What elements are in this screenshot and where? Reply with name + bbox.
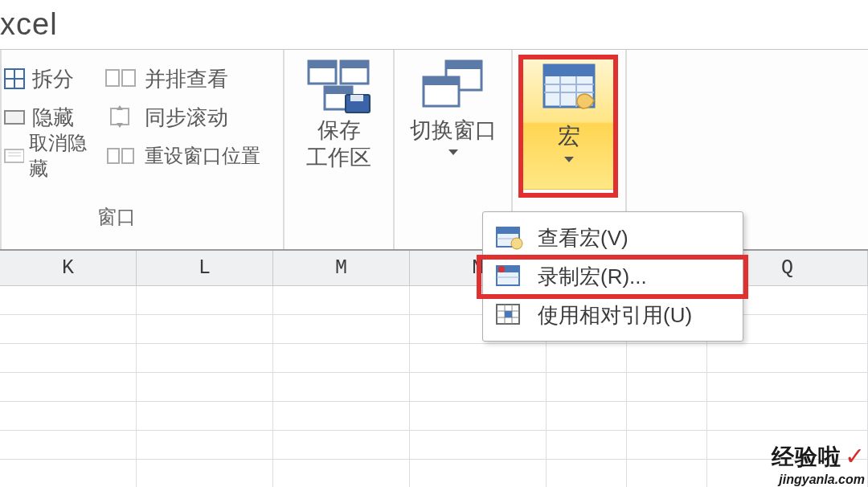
grid-cell[interactable] [410, 460, 547, 487]
grid-cell[interactable] [410, 344, 547, 373]
grid-cell[interactable] [0, 344, 137, 373]
unhide-button[interactable]: 取消隐藏 [2, 137, 95, 175]
grid-cell[interactable] [137, 286, 273, 315]
svg-rect-15 [341, 61, 368, 68]
grid-row [0, 402, 868, 431]
grid-cell[interactable] [137, 315, 273, 344]
split-label: 拆分 [32, 65, 74, 93]
grid-cell[interactable] [707, 344, 868, 373]
grid-cell[interactable] [547, 373, 627, 402]
grid-cell[interactable] [273, 373, 410, 402]
hide-label: 隐藏 [32, 104, 74, 132]
ribbon-group-window-b: 并排查看 同步滚动 重设窗口位置 窗口 [95, 50, 283, 249]
split-button[interactable]: 拆分 [2, 59, 95, 98]
relative-ref-icon [494, 301, 523, 329]
grid-cell[interactable] [410, 373, 547, 402]
svg-rect-10 [108, 149, 119, 163]
macros-dropdown: 查看宏(V) 录制宏(R)... 使用相对引用(U) [482, 211, 743, 342]
grid-row [0, 373, 868, 402]
svg-rect-17 [325, 87, 352, 94]
grid-cell[interactable] [707, 373, 868, 402]
svg-rect-9 [111, 108, 129, 125]
grid-cell[interactable] [410, 431, 547, 460]
switch-windows-icon [417, 58, 489, 114]
grid-cell[interactable] [547, 431, 627, 460]
relative-ref-label: 使用相对引用(U) [538, 301, 692, 329]
window-group-label: 窗口 [0, 204, 283, 230]
sync-scroll-button[interactable]: 同步滚动 [95, 98, 283, 137]
watermark-url: jingyanla.com [772, 473, 865, 487]
grid-cell[interactable] [0, 402, 137, 431]
grid-row [0, 344, 868, 373]
grid-cell[interactable] [547, 402, 627, 431]
reset-position-button[interactable]: 重设窗口位置 [95, 137, 283, 175]
grid-cell[interactable] [273, 402, 410, 431]
hide-icon [2, 104, 27, 130]
svg-rect-8 [122, 70, 135, 86]
column-header[interactable]: L [137, 251, 273, 285]
svg-rect-43 [505, 311, 512, 317]
grid-cell[interactable] [0, 460, 137, 487]
grid-row [0, 460, 868, 487]
side-by-side-button[interactable]: 并排查看 [95, 59, 283, 98]
svg-rect-11 [122, 149, 133, 163]
reset-position-icon [104, 144, 138, 168]
grid-cell[interactable] [627, 402, 707, 431]
unhide-label: 取消隐藏 [29, 130, 96, 182]
column-header[interactable]: M [273, 251, 410, 285]
record-macro-icon [494, 263, 523, 290]
chevron-down-icon [448, 149, 458, 155]
svg-rect-19 [350, 95, 363, 101]
view-macros-icon [494, 224, 523, 252]
view-macros-item[interactable]: 查看宏(V) [483, 219, 743, 257]
side-by-side-label: 并排查看 [145, 65, 228, 93]
reset-position-label: 重设窗口位置 [145, 143, 260, 169]
sync-scroll-icon [104, 105, 138, 129]
grid-cell[interactable] [0, 286, 137, 315]
grid-cell[interactable] [0, 431, 137, 460]
grid-cell[interactable] [627, 344, 707, 373]
grid-cell[interactable] [547, 460, 627, 487]
record-macro-item[interactable]: 录制宏(R)... [483, 257, 743, 296]
save-workspace-button[interactable]: 保存 工作区 [285, 50, 393, 249]
grid-row [0, 431, 868, 460]
grid-cell[interactable] [273, 286, 410, 315]
grid-cell[interactable] [627, 460, 707, 487]
grid-cell[interactable] [137, 344, 273, 373]
grid-cell[interactable] [137, 431, 273, 460]
record-macro-label: 录制宏(R)... [538, 263, 647, 291]
grid-cell[interactable] [707, 402, 868, 431]
grid-cell[interactable] [137, 402, 273, 431]
grid-cell[interactable] [273, 315, 410, 344]
macros-icon [538, 60, 600, 117]
svg-rect-31 [497, 227, 519, 234]
svg-rect-23 [424, 77, 459, 85]
chevron-down-icon [564, 157, 574, 162]
watermark: 经验啦✓ jingyanla.com [772, 442, 865, 487]
grid-cell[interactable] [627, 431, 707, 460]
switch-windows-label: 切换窗口 [410, 117, 497, 145]
grid-cell[interactable] [0, 315, 137, 344]
watermark-text: 经验啦 [772, 444, 841, 469]
grid-cell[interactable] [627, 373, 707, 402]
title-bar: xcel [0, 0, 868, 50]
svg-rect-3 [5, 111, 24, 124]
split-icon [2, 66, 27, 92]
svg-point-36 [498, 266, 505, 272]
view-macros-label: 查看宏(V) [538, 224, 628, 252]
column-header[interactable]: K [0, 251, 137, 285]
relative-ref-item[interactable]: 使用相对引用(U) [483, 296, 743, 334]
save-workspace-icon [304, 58, 375, 114]
grid-cell[interactable] [137, 373, 273, 402]
grid-cell[interactable] [273, 460, 410, 487]
svg-point-33 [511, 238, 522, 249]
macros-button[interactable]: 宏 [520, 55, 618, 190]
grid-cell[interactable] [273, 344, 410, 373]
grid-cell[interactable] [547, 344, 627, 373]
grid-cell[interactable] [410, 402, 547, 431]
grid-cell[interactable] [273, 431, 410, 460]
unhide-icon [2, 143, 24, 169]
grid-cell[interactable] [0, 373, 137, 402]
side-by-side-icon [104, 67, 138, 91]
grid-cell[interactable] [137, 460, 273, 487]
